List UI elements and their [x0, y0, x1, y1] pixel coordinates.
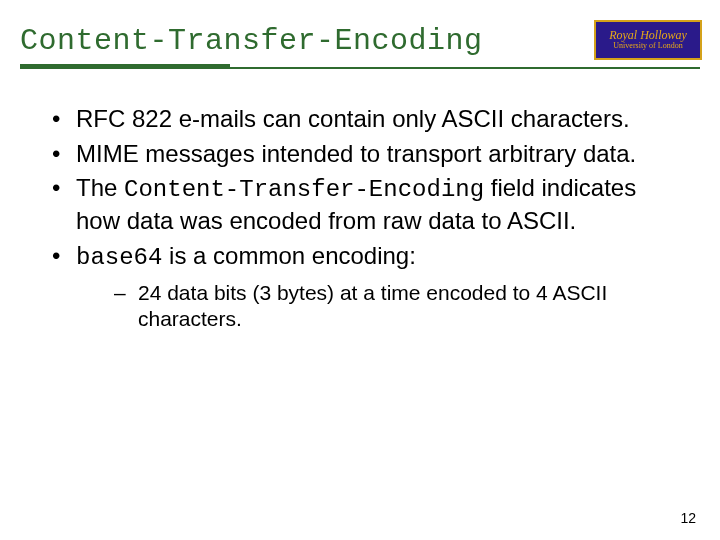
- bullet-item: base64 is a common encoding: 24 data bit…: [48, 241, 680, 332]
- bullet-list: RFC 822 e-mails can contain only ASCII c…: [48, 104, 680, 332]
- page-number: 12: [680, 510, 696, 526]
- sub-bullet-text: 24 data bits (3 bytes) at a time encoded…: [138, 281, 607, 330]
- sub-bullet-item: 24 data bits (3 bytes) at a time encoded…: [114, 280, 680, 333]
- bullet-item: RFC 822 e-mails can contain only ASCII c…: [48, 104, 680, 135]
- code-text: Content-Transfer-Encoding: [124, 176, 484, 203]
- slide-header: Content-Transfer-Encoding Royal Holloway…: [0, 0, 720, 82]
- bullet-item: MIME messages intended to transport arbi…: [48, 139, 680, 170]
- underline-full: [20, 67, 700, 69]
- logo-line1: Royal Holloway: [609, 29, 687, 41]
- bullet-text: The: [76, 174, 124, 201]
- bullet-text: RFC 822 e-mails can contain only ASCII c…: [76, 105, 630, 132]
- code-text: base64: [76, 244, 162, 271]
- title-underline: [20, 64, 700, 74]
- sub-bullet-list: 24 data bits (3 bytes) at a time encoded…: [114, 280, 680, 333]
- institution-logo: Royal Holloway University of London: [594, 20, 702, 60]
- bullet-text: MIME messages intended to transport arbi…: [76, 140, 636, 167]
- logo-line2: University of London: [613, 41, 682, 51]
- slide-content: RFC 822 e-mails can contain only ASCII c…: [0, 82, 720, 332]
- bullet-item: The Content-Transfer-Encoding field indi…: [48, 173, 680, 236]
- bullet-text: is a common encoding:: [162, 242, 415, 269]
